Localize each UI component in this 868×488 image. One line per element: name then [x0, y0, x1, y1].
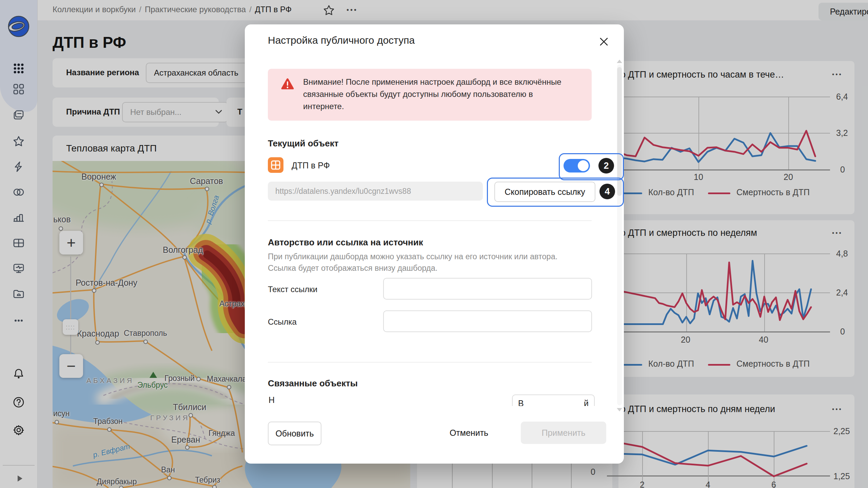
link-text-label: Текст ссылки — [268, 285, 317, 294]
link-input[interactable] — [383, 310, 592, 332]
refresh-button[interactable]: Обновить — [268, 422, 321, 445]
annotation-badge-2: 2 — [598, 158, 614, 174]
link-label: Ссылка — [268, 317, 297, 327]
cancel-button[interactable]: Отменить — [437, 422, 501, 444]
authorship-description: При публикации дашборда можно указать сс… — [268, 251, 557, 274]
current-object-name: ДТП в РФ — [292, 161, 330, 170]
authorship-heading: Авторство или ссылка на источник — [268, 237, 423, 248]
close-icon[interactable] — [599, 37, 609, 48]
partial-letter: й — [584, 399, 589, 406]
divider — [268, 220, 592, 221]
apply-button-disabled[interactable]: Применить — [521, 422, 606, 444]
public-access-dialog: Настройка публичного доступа Внимание! П… — [245, 24, 624, 464]
annotation-outline-2 — [559, 153, 624, 180]
related-filter-button-partial[interactable]: В й — [512, 394, 595, 406]
related-objects-heading: Связанные объекты — [268, 378, 358, 389]
datalens-dashboard-page: Коллекции и воркбуки / Практические руко… — [0, 0, 868, 488]
dashboard-icon — [268, 157, 283, 174]
annotation-badge-4: 4 — [599, 184, 615, 199]
dialog-title: Настройка публичного доступа — [268, 35, 415, 46]
warning-icon — [281, 78, 294, 92]
public-link-value: https://datalens.yandex/lu0cgnz1wvs88 — [275, 187, 411, 196]
partial-letter: В — [518, 399, 524, 406]
warning-banner: Внимание! После применения настроек дашб… — [268, 69, 592, 121]
current-object-heading: Текущий объект — [268, 138, 338, 149]
scrollbar-up-arrow[interactable] — [617, 60, 622, 63]
warning-text: Внимание! После применения настроек дашб… — [303, 76, 561, 113]
divider — [268, 362, 592, 363]
public-link-input[interactable]: https://datalens.yandex/lu0cgnz1wvs88 — [268, 182, 483, 201]
link-text-input[interactable] — [383, 278, 592, 300]
related-row-partial: Н — [269, 395, 282, 403]
scrollbar-down-arrow[interactable] — [617, 408, 622, 411]
